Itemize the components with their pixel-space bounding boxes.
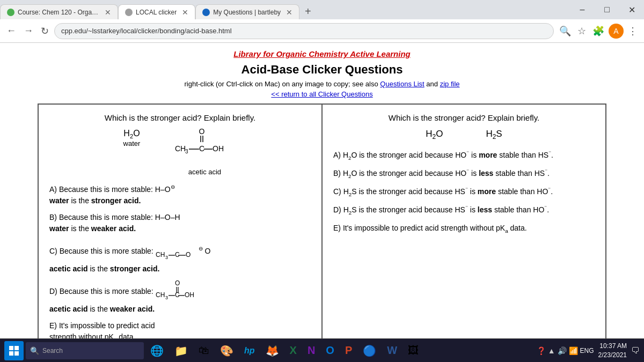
taskbar-edge[interactable]: 🌐 xyxy=(146,341,168,360)
return-link[interactable]: << return to all Clicker Questions xyxy=(271,90,372,98)
svg-text:3: 3 xyxy=(185,149,188,154)
maximize-button[interactable]: □ xyxy=(595,0,619,19)
svg-rect-24 xyxy=(9,346,13,350)
taskbar-word[interactable]: W xyxy=(383,341,401,360)
forward-button[interactable]: → xyxy=(21,23,35,39)
tab-close-bartleby-icon[interactable]: ✕ xyxy=(286,8,292,17)
instructions-and: and xyxy=(426,80,440,88)
chrome-icon: 🔵 xyxy=(363,344,376,357)
word-icon: W xyxy=(387,344,397,357)
tab-course[interactable]: Course: Chem 120 - Organic Che ✕ xyxy=(0,4,118,19)
svg-text:C: C xyxy=(175,251,180,258)
tab-favicon-active xyxy=(125,9,133,16)
svg-text:C: C xyxy=(199,144,204,153)
new-tab-button[interactable]: + xyxy=(299,5,317,18)
tab-local-clicker[interactable]: LOCAL clicker ✕ xyxy=(118,4,195,19)
q2-option-a: A) H2O is the stronger acid because HO⁻ … xyxy=(333,149,595,162)
tab-label-active: LOCAL clicker xyxy=(136,9,177,16)
tab-close-active-icon[interactable]: ✕ xyxy=(182,8,188,17)
close-button[interactable]: ✕ xyxy=(619,0,644,19)
start-button[interactable] xyxy=(4,341,24,360)
tab-bartleby[interactable]: My Questions | bartleby ✕ xyxy=(195,4,299,19)
taskbar-outlook[interactable]: O xyxy=(321,341,339,360)
excel-icon: X xyxy=(290,344,297,357)
taskbar-hp[interactable]: hp xyxy=(240,341,259,360)
svg-text:O: O xyxy=(186,251,191,258)
q1-compound1-name: water xyxy=(123,139,141,147)
zip-file-link[interactable]: zip file xyxy=(440,80,460,88)
questions-grid: Which is the stronger acid? Explain brie… xyxy=(38,104,606,338)
firefox-icon: 🦊 xyxy=(266,344,279,357)
tab-label-bartleby: My Questions | bartleby xyxy=(213,9,281,16)
library-link[interactable]: Library for Organic Chemistry Active Lea… xyxy=(233,49,411,58)
store-icon: 🛍 xyxy=(199,344,209,357)
question-panel-1: Which is the stronger acid? Explain brie… xyxy=(39,105,323,338)
acetic-acid-undiss: CH 3 C OH O xyxy=(156,280,204,304)
page-content: Library for Organic Chemistry Active Lea… xyxy=(0,43,644,338)
svg-rect-25 xyxy=(14,346,19,350)
clock-time: 10:37 AM xyxy=(598,342,627,351)
windows-logo-icon xyxy=(9,346,19,356)
q1-d-label: D) Because this is more stable: xyxy=(49,286,156,295)
svg-text:C: C xyxy=(175,291,180,299)
tab-favicon-bartleby xyxy=(202,9,210,16)
star-icon[interactable]: ☆ xyxy=(575,23,588,39)
question-panel-2: Which is the stronger acid? Explain brie… xyxy=(323,105,605,338)
search-icon[interactable]: 🔍 xyxy=(557,23,573,39)
q2-a-text: A) H2O is the stronger acid because HO⁻ … xyxy=(333,151,553,159)
svg-rect-27 xyxy=(14,351,19,356)
tab-close-icon[interactable]: ✕ xyxy=(105,8,111,17)
q1-option-b: B) Because this is more stable: H–O–H wa… xyxy=(49,212,311,234)
taskbar-powerpoint[interactable]: P xyxy=(341,341,356,360)
svg-text:OH: OH xyxy=(213,144,224,153)
lang-label: ENG xyxy=(580,347,594,354)
taskbar: 🔍 Search 🌐 📁 🛍 🎨 hp 🦊 X N O xyxy=(0,338,644,362)
menu-icon[interactable]: ⋮ xyxy=(626,23,640,39)
instructions: right-click (or Ctrl-click on Mac) on an… xyxy=(184,80,459,88)
chevron-up-icon[interactable]: ▲ xyxy=(548,346,555,355)
q2-compound2: H2S xyxy=(486,129,502,141)
taskbar-store[interactable]: 🛍 xyxy=(194,341,214,360)
q1-header: Which is the stronger acid? Explain brie… xyxy=(49,113,311,122)
taskbar-onenote[interactable]: N xyxy=(303,341,319,360)
question-icon[interactable]: ❓ xyxy=(537,346,546,355)
back-button[interactable]: ← xyxy=(4,23,18,39)
taskbar-search-label: Search xyxy=(42,347,63,354)
reload-button[interactable]: ↻ xyxy=(39,23,51,39)
taskbar-firefox[interactable]: 🦊 xyxy=(261,341,283,360)
taskbar-photos[interactable]: 🖼 xyxy=(404,341,423,360)
taskbar-app1[interactable]: 🎨 xyxy=(216,341,238,360)
extensions-icon[interactable]: 🧩 xyxy=(590,23,606,39)
questions-list-link[interactable]: Questions List xyxy=(380,80,424,88)
q1-a-text: water is the stronger acid. xyxy=(49,196,141,205)
minimize-button[interactable]: – xyxy=(570,0,595,19)
svg-rect-26 xyxy=(9,351,13,356)
q1-a-label: A) Because this is more stable: H–O⊖ xyxy=(49,185,175,194)
page-main-title: Acid-Base Clicker Questions xyxy=(241,63,403,77)
notification-icon[interactable]: 🗨 xyxy=(631,346,640,356)
taskbar-clock[interactable]: 10:37 AM 2/23/2021 xyxy=(598,342,627,360)
network-icon[interactable]: 📶 xyxy=(569,346,578,355)
q1-d-text: acetic acid is the weaker acid. xyxy=(49,305,155,313)
svg-text:CH: CH xyxy=(175,144,186,153)
outlook-icon: O xyxy=(326,344,334,357)
tab-bar: Course: Chem 120 - Organic Che ✕ LOCAL c… xyxy=(0,0,644,19)
color-icon: 🎨 xyxy=(220,344,233,357)
taskbar-file-explorer[interactable]: 📁 xyxy=(170,341,192,360)
q2-option-e: E) It's impossible to predict acid stren… xyxy=(333,223,595,235)
taskbar-chrome[interactable]: 🔵 xyxy=(358,341,380,360)
acetic-acid-structure: O CH 3 C OH xyxy=(172,129,237,166)
taskbar-search[interactable]: 🔍 Search xyxy=(26,342,144,359)
toolbar-icons: 🔍 ☆ 🧩 A ⋮ xyxy=(557,23,640,39)
photos-icon: 🖼 xyxy=(408,344,419,357)
address-input[interactable] xyxy=(54,23,554,39)
q1-c-label: C) Because this is more stable: xyxy=(49,246,156,255)
tab-label: Course: Chem 120 - Organic Che xyxy=(18,9,99,16)
taskbar-excel[interactable]: X xyxy=(286,341,301,360)
speaker-icon[interactable]: 🔊 xyxy=(558,346,567,355)
q1-compound2-name: acetic acid xyxy=(172,168,237,176)
address-bar: ← → ↻ 🔍 ☆ 🧩 A ⋮ xyxy=(0,19,644,43)
q2-e-text: E) It's impossible to predict acid stren… xyxy=(333,224,527,232)
svg-text:O: O xyxy=(175,280,180,287)
profile-icon[interactable]: A xyxy=(609,24,624,39)
